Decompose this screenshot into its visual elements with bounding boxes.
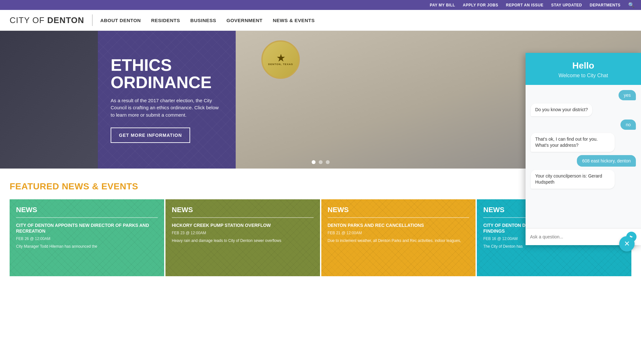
chat-header-subtitle: Welcome to City Chat <box>532 73 635 79</box>
news-card-2-date: FEB 23 @ 12:00AM <box>172 231 314 235</box>
news-card-1[interactable]: NEWS CITY OF DENTON APPOINTS NEW DIRECTO… <box>10 199 164 276</box>
nav-business[interactable]: BUSINESS <box>190 18 216 23</box>
chat-message-1: yes <box>531 90 636 100</box>
chat-message-6: Your city councilperson is: Gerard Hudsp… <box>531 170 636 189</box>
chat-header-title: Hello <box>532 61 635 71</box>
main-nav: ABOUT DENTON RESIDENTS BUSINESS GOVERNME… <box>100 18 315 23</box>
carousel-dot-3[interactable] <box>326 160 330 164</box>
nav-government[interactable]: GOVERNMENT <box>226 18 263 23</box>
hero-title: ETHICS ORDINANCE <box>111 56 223 91</box>
news-card-3-body: Due to inclement weather, all Denton Par… <box>328 238 469 244</box>
carousel-dot-1[interactable] <box>312 160 316 164</box>
chat-close-button[interactable]: ✕ <box>619 236 635 252</box>
seal-star: ★ <box>277 54 285 63</box>
hero-description: As a result of the 2017 charter election… <box>111 97 223 119</box>
news-card-3-label: NEWS <box>328 206 469 218</box>
site-logo[interactable]: CITY OF DENTON <box>10 15 84 25</box>
site-header: CITY OF DENTON ABOUT DENTON RESIDENTS BU… <box>0 10 641 31</box>
news-card-2[interactable]: NEWS HICKORY CREEK PUMP STATION OVERFLOW… <box>165 199 320 276</box>
hero-cta-button[interactable]: GET MORE INFORMATION <box>111 128 190 143</box>
seal-text: DENTON, TEXAS <box>268 63 293 66</box>
chat-bubble-yes: yes <box>619 90 636 100</box>
chat-widget: Hello Welcome to City Chat yes Do you kn… <box>526 53 641 245</box>
news-card-2-body: Heavy rain and damage leads to City of D… <box>172 238 314 244</box>
chat-bubble-address-value: 608 east hickory, denton <box>577 155 636 167</box>
nav-news[interactable]: NEWS & EVENTS <box>273 18 315 23</box>
departments-link[interactable]: DEPARTMENTS <box>590 3 620 7</box>
logo-text-light: CITY OF <box>10 15 47 25</box>
chat-header: Hello Welcome to City Chat <box>526 53 641 85</box>
news-card-2-label: NEWS <box>172 206 314 218</box>
news-card-3[interactable]: NEWS DENTON PARKS AND REC CANCELLATIONS … <box>321 199 476 276</box>
logo-text-bold: DENTON <box>47 15 84 25</box>
news-card-1-title: CITY OF DENTON APPOINTS NEW DIRECTOR OF … <box>16 222 158 234</box>
carousel-dots <box>312 160 330 164</box>
news-card-1-label: NEWS <box>16 206 158 218</box>
utility-bar: PAY MY BILL APPLY FOR JOBS REPORT AN ISS… <box>0 0 641 10</box>
city-seal: ★ DENTON, TEXAS <box>261 40 300 79</box>
news-card-1-body: City Manager Todd Hileman has announced … <box>16 244 158 249</box>
chat-message-2: Do you know your district? <box>531 103 636 116</box>
chat-bubble-address-question: That's ok, I can find out for you. What'… <box>531 133 615 152</box>
stay-updated-link[interactable]: STAY UPDATED <box>551 3 582 7</box>
search-icon[interactable]: 🔍 <box>628 2 635 8</box>
nav-about[interactable]: ABOUT DENTON <box>100 18 141 23</box>
hero-left-bg <box>0 31 98 169</box>
chat-input[interactable] <box>530 234 626 239</box>
news-card-2-title: HICKORY CREEK PUMP STATION OVERFLOW <box>172 222 314 228</box>
apply-jobs-link[interactable]: APPLY FOR JOBS <box>463 3 498 7</box>
nav-residents[interactable]: RESIDENTS <box>151 18 180 23</box>
news-card-1-date: FEB 26 @ 12:00AM <box>16 236 158 241</box>
hero-panel: ETHICS ORDINANCE As a result of the 2017… <box>98 31 236 169</box>
carousel-dot-2[interactable] <box>319 160 323 164</box>
chat-message-5: 608 east hickory, denton <box>531 155 636 167</box>
chat-message-4: That's ok, I can find out for you. What'… <box>531 133 636 152</box>
chat-bubble-district: Do you know your district? <box>531 103 592 116</box>
chat-bubble-councilperson: Your city councilperson is: Gerard Hudsp… <box>531 170 615 189</box>
report-issue-link[interactable]: REPORT AN ISSUE <box>506 3 544 7</box>
pay-bill-link[interactable]: PAY MY BILL <box>430 3 455 7</box>
chat-messages: yes Do you know your district? no That's… <box>526 85 641 228</box>
news-card-3-date: FEB 21 @ 12:00AM <box>328 231 469 235</box>
chat-message-3: no <box>531 120 636 130</box>
news-card-3-title: DENTON PARKS AND REC CANCELLATIONS <box>328 222 469 228</box>
logo-divider <box>92 14 93 26</box>
chat-bubble-no: no <box>620 120 636 130</box>
